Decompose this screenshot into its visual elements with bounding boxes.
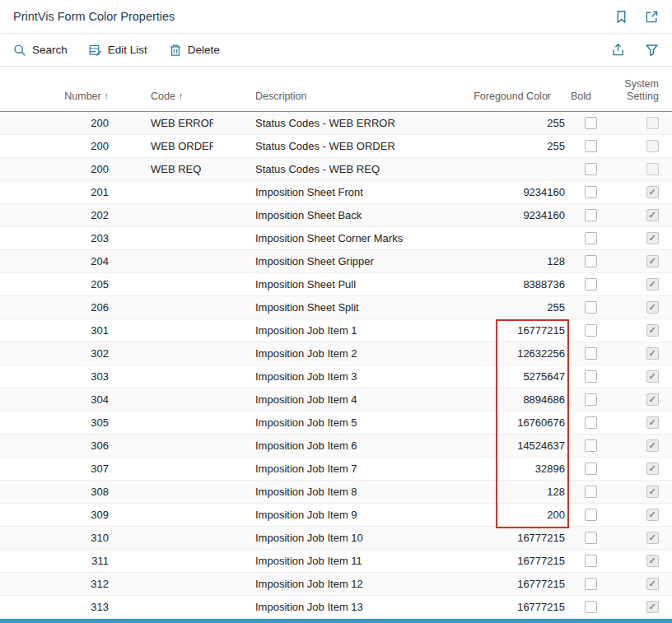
share-icon[interactable]	[611, 43, 625, 57]
number-cell[interactable]: 203	[0, 232, 109, 244]
table-row[interactable]: 202 Imposition Sheet Back 9234160 ✓	[0, 204, 672, 227]
bold-checkbox[interactable]	[585, 255, 597, 267]
number-cell[interactable]: 304	[0, 393, 109, 406]
bold-checkbox[interactable]	[585, 393, 597, 406]
bold-checkbox[interactable]	[585, 486, 597, 498]
foreground-color-cell[interactable]: 8894686	[419, 393, 565, 406]
number-cell[interactable]: 311	[0, 555, 109, 567]
bold-checkbox[interactable]	[585, 278, 597, 291]
description-cell[interactable]: Imposition Sheet Back	[213, 209, 419, 221]
open-in-new-window-icon[interactable]	[645, 10, 659, 24]
bold-checkbox[interactable]	[585, 232, 597, 244]
foreground-color-cell[interactable]: 16777215	[419, 555, 565, 567]
code-cell[interactable]: WEB ERROR	[109, 117, 213, 129]
foreground-color-cell[interactable]: 128	[419, 486, 565, 498]
number-cell[interactable]: 310	[0, 532, 109, 544]
filter-icon[interactable]	[645, 43, 659, 57]
bold-checkbox[interactable]	[585, 439, 597, 452]
description-cell[interactable]: Imposition Job Item 3	[213, 370, 419, 383]
description-cell[interactable]: Imposition Job Item 9	[213, 509, 419, 521]
foreground-color-cell[interactable]: 9234160	[419, 209, 565, 221]
column-header-description[interactable]: Description	[213, 91, 419, 104]
description-cell[interactable]: Imposition Job Item 2	[213, 347, 419, 360]
table-row[interactable]: 205 Imposition Sheet Pull 8388736 ✓	[0, 273, 672, 296]
description-cell[interactable]: Imposition Sheet Corner Marks	[213, 232, 419, 244]
description-cell[interactable]: Imposition Job Item 5	[213, 416, 419, 429]
bold-checkbox[interactable]	[585, 509, 597, 521]
foreground-color-cell[interactable]: 255	[419, 117, 565, 129]
bold-checkbox[interactable]	[585, 301, 597, 314]
bold-checkbox[interactable]	[585, 117, 597, 129]
description-cell[interactable]: Imposition Job Item 10	[213, 532, 419, 544]
table-row[interactable]: 204 Imposition Sheet Gripper 128 ✓	[0, 250, 672, 273]
number-cell[interactable]: 305	[0, 416, 109, 429]
number-cell[interactable]: 200	[0, 163, 109, 175]
table-row[interactable]: 307 Imposition Job Item 7 32896 ✓	[0, 458, 672, 481]
foreground-color-cell[interactable]: 255	[419, 140, 565, 152]
bold-checkbox[interactable]	[585, 463, 597, 475]
bold-checkbox[interactable]	[585, 578, 597, 590]
description-cell[interactable]: Status Codes - WEB REQ	[213, 163, 419, 175]
number-cell[interactable]: 204	[0, 255, 109, 267]
number-cell[interactable]: 307	[0, 463, 109, 475]
description-cell[interactable]: Imposition Job Item 7	[213, 463, 419, 475]
foreground-color-cell[interactable]: 255	[419, 301, 565, 314]
table-row[interactable]: 200 WEB ERROR Status Codes - WEB ERROR 2…	[0, 112, 672, 135]
delete-button[interactable]: Delete	[169, 44, 220, 57]
foreground-color-cell[interactable]: 14524637	[419, 439, 565, 452]
number-cell[interactable]: 313	[0, 601, 109, 613]
bold-checkbox[interactable]	[585, 555, 597, 567]
bold-checkbox[interactable]	[585, 163, 597, 175]
table-row[interactable]: 303 Imposition Job Item 3 5275647 ✓	[0, 365, 672, 388]
bold-checkbox[interactable]	[585, 324, 597, 337]
description-cell[interactable]: Status Codes - WEB ORDER	[213, 140, 419, 152]
table-row[interactable]: 310 Imposition Job Item 10 16777215 ✓	[0, 527, 672, 550]
bold-checkbox[interactable]	[585, 347, 597, 360]
description-cell[interactable]: Imposition Sheet Gripper	[213, 255, 419, 267]
number-cell[interactable]: 306	[0, 439, 109, 452]
table-row[interactable]: 302 Imposition Job Item 2 12632256 ✓	[0, 342, 672, 365]
number-cell[interactable]: 309	[0, 509, 109, 521]
description-cell[interactable]: Imposition Job Item 8	[213, 486, 419, 498]
number-cell[interactable]: 303	[0, 370, 109, 383]
horizontal-scrollbar[interactable]	[0, 619, 672, 623]
foreground-color-cell[interactable]: 16777215	[419, 601, 565, 613]
bold-checkbox[interactable]	[585, 186, 597, 198]
number-cell[interactable]: 301	[0, 324, 109, 337]
number-cell[interactable]: 202	[0, 209, 109, 221]
search-button[interactable]: Search	[13, 44, 68, 57]
code-cell[interactable]: WEB REQ	[109, 163, 213, 175]
description-cell[interactable]: Imposition Sheet Pull	[213, 278, 419, 291]
foreground-color-cell[interactable]: 16777215	[419, 578, 565, 590]
table-row[interactable]: 206 Imposition Sheet Split 255 ✓	[0, 296, 672, 319]
table-row[interactable]: 313 Imposition Job Item 13 16777215 ✓	[0, 596, 672, 619]
foreground-color-cell[interactable]: 200	[419, 509, 565, 521]
foreground-color-cell[interactable]: 128	[419, 255, 565, 267]
description-cell[interactable]: Imposition Job Item 4	[213, 393, 419, 406]
table-row[interactable]: 311 Imposition Job Item 11 16777215 ✓	[0, 550, 672, 573]
column-header-system-setting[interactable]: System Setting	[616, 78, 672, 104]
table-row[interactable]: 203 Imposition Sheet Corner Marks ✓	[0, 227, 672, 250]
table-row[interactable]: 306 Imposition Job Item 6 14524637 ✓	[0, 435, 672, 458]
number-cell[interactable]: 200	[0, 140, 109, 152]
table-row[interactable]: 201 Imposition Sheet Front 9234160 ✓	[0, 181, 672, 204]
edit-list-button[interactable]: Edit List	[89, 44, 147, 57]
description-cell[interactable]: Imposition Job Item 1	[213, 324, 419, 337]
foreground-color-cell[interactable]: 5275647	[419, 370, 565, 383]
bold-checkbox[interactable]	[585, 532, 597, 544]
foreground-color-cell[interactable]: 16777215	[419, 532, 565, 544]
code-cell[interactable]: WEB ORDER	[109, 140, 213, 152]
bold-checkbox[interactable]	[585, 416, 597, 429]
table-row[interactable]: 305 Imposition Job Item 5 16760676 ✓	[0, 411, 672, 435]
table-row[interactable]: 304 Imposition Job Item 4 8894686 ✓	[0, 388, 672, 411]
bold-checkbox[interactable]	[585, 601, 597, 613]
number-cell[interactable]: 302	[0, 347, 109, 360]
column-header-bold[interactable]: Bold	[565, 91, 616, 104]
foreground-color-cell[interactable]: 12632256	[419, 347, 565, 360]
description-cell[interactable]: Imposition Job Item 13	[213, 601, 419, 613]
table-row[interactable]: 200 WEB ORDER Status Codes - WEB ORDER 2…	[0, 135, 672, 158]
description-cell[interactable]: Imposition Job Item 12	[213, 578, 419, 590]
description-cell[interactable]: Imposition Sheet Front	[213, 186, 419, 198]
bold-checkbox[interactable]	[585, 209, 597, 221]
foreground-color-cell[interactable]: 9234160	[419, 186, 565, 198]
